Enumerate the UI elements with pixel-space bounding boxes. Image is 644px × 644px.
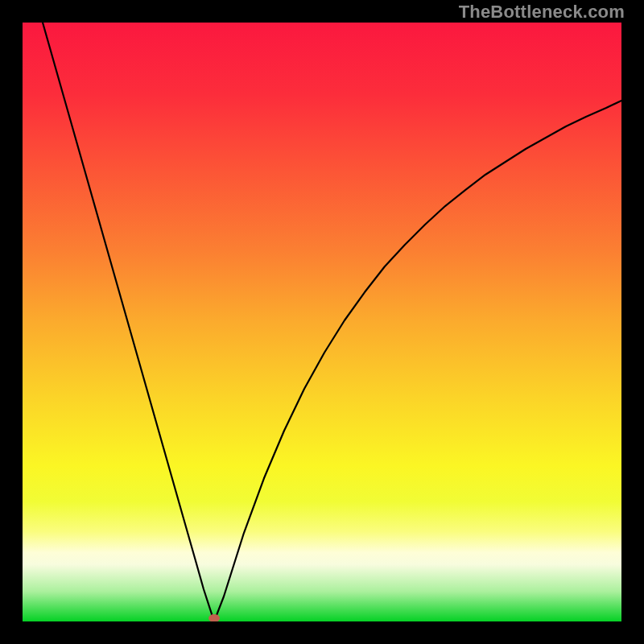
gradient-background <box>23 23 621 621</box>
watermark-text: TheBottleneck.com <box>459 2 625 23</box>
chart-frame: TheBottleneck.com <box>0 0 644 644</box>
plot-area <box>23 23 621 621</box>
chart-svg <box>23 23 621 621</box>
